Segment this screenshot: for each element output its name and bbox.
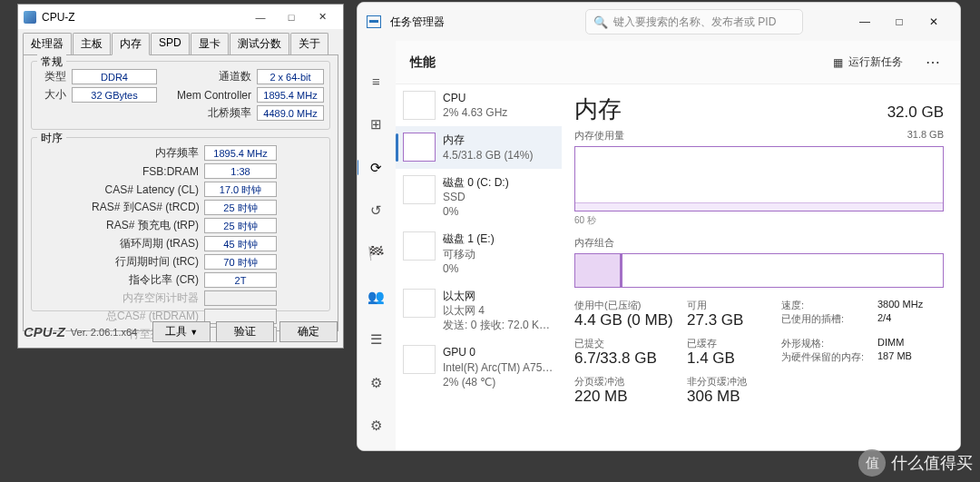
watermark-icon: 值 xyxy=(858,449,886,477)
timing-value: 25 时钟 xyxy=(204,218,277,233)
chart-axis: 60 秒 xyxy=(574,214,944,227)
close-icon[interactable]: ✕ xyxy=(916,9,951,34)
legend-general: 常规 xyxy=(37,54,66,70)
tools-button[interactable]: 工具 ▼ xyxy=(152,321,211,342)
search-input[interactable]: 🔍 键入要搜索的名称、发布者或 PID xyxy=(585,9,803,34)
cpuz-app-icon xyxy=(24,11,36,24)
users-icon[interactable]: 👥 xyxy=(365,285,388,308)
timing-row: 循环周期 (tRAS)45 时钟 xyxy=(92,236,324,251)
list-item-name: CPU xyxy=(443,91,507,105)
hamburger-icon[interactable]: ≡ xyxy=(365,70,388,93)
run-new-task-button[interactable]: ▦ 运行新任务 xyxy=(825,50,911,74)
form-label: 外形规格: xyxy=(781,337,872,350)
close-icon[interactable]: ✕ xyxy=(307,8,338,26)
list-item-sub: 4.5/31.8 GB (14%) xyxy=(443,148,533,162)
performance-icon[interactable]: ⟳ xyxy=(365,156,388,179)
value-type: DDR4 xyxy=(72,69,157,84)
perf-list-item[interactable]: 以太网以太网 4发送: 0 接收: 72.0 Kbps xyxy=(396,282,562,339)
timing-row: 内存空闲计时器 xyxy=(92,290,324,306)
maximize-icon[interactable]: □ xyxy=(882,9,916,34)
maximize-icon[interactable]: □ xyxy=(276,8,307,26)
cpuz-window-controls: — □ ✕ xyxy=(245,8,338,26)
speed-value: 3800 MHz xyxy=(877,299,923,312)
cpuz-tab-4[interactable]: 显卡 xyxy=(191,33,229,54)
label-type: 类型 xyxy=(37,69,72,84)
detail-total: 32.0 GB xyxy=(887,103,944,122)
processes-icon[interactable]: ⊞ xyxy=(365,113,388,135)
services-icon[interactable]: ⚙ xyxy=(365,371,388,394)
cpuz-titlebar[interactable]: CPU-Z — □ ✕ xyxy=(18,5,343,29)
cpuz-tab-1[interactable]: 主板 xyxy=(73,33,111,54)
thumb-chart xyxy=(403,231,436,261)
timing-row: 行周期时间 (tRC)70 时钟 xyxy=(92,254,324,270)
timing-label: 内存空闲计时器 xyxy=(92,290,204,306)
nav-rail: ≡ ⊞ ⟳ ↺ 🏁 👥 ☰ ⚙ ⚙ xyxy=(358,41,396,450)
value-channels: 2 x 64-bit xyxy=(257,69,324,84)
speed-label: 速度: xyxy=(781,299,872,312)
cpuz-version: Ver. 2.06.1.x64 xyxy=(71,327,137,338)
slots-value: 2/4 xyxy=(877,312,891,326)
timing-value: 2T xyxy=(204,272,277,288)
perf-list-item[interactable]: 内存4.5/31.8 GB (14%) xyxy=(396,126,562,168)
details-icon[interactable]: ☰ xyxy=(365,329,388,351)
tm-titlebar[interactable]: 任务管理器 🔍 键入要搜索的名称、发布者或 PID — □ ✕ xyxy=(358,3,960,41)
perf-list-item[interactable]: CPU2% 4.63 GHz xyxy=(396,84,562,126)
timing-value: 1:38 xyxy=(204,163,277,179)
cpuz-tab-0[interactable]: 处理器 xyxy=(23,33,72,54)
search-icon: 🔍 xyxy=(593,15,608,29)
ok-button[interactable]: 确定 xyxy=(279,321,338,342)
perf-list-item[interactable]: GPU 0Intel(R) Arc(TM) A750…2% (48 ℃) xyxy=(396,339,562,396)
tm-title-text: 任务管理器 xyxy=(390,15,445,30)
commit-value: 6.7/33.8 GB xyxy=(574,349,681,368)
timing-label: 指令比率 (CR) xyxy=(92,272,204,288)
perf-list-item[interactable]: 磁盘 0 (C: D:)SSD0% xyxy=(396,169,562,226)
value-size: 32 GBytes xyxy=(72,87,157,103)
cpuz-tabs: 处理器主板内存SPD显卡测试分数关于 xyxy=(18,29,343,54)
history-icon[interactable]: ↺ xyxy=(365,199,388,221)
timing-row: CAS# Latency (CL)17.0 时钟 xyxy=(92,182,324,197)
cpuz-tab-3[interactable]: SPD xyxy=(151,33,190,54)
timing-row: RAS# 到CAS# (tRCD)25 时钟 xyxy=(92,200,324,215)
cpuz-logo: CPU-Z xyxy=(24,324,65,339)
list-item-sub: SSD xyxy=(443,190,509,204)
cached-label: 已缓存 xyxy=(687,337,776,350)
tm-header: 性能 ▦ 运行新任务 ⋯ xyxy=(396,41,960,84)
timing-value: 1895.4 MHz xyxy=(204,145,277,161)
cached-value: 1.4 GB xyxy=(687,349,776,368)
timing-row: RAS# 预充电 (tRP)25 时钟 xyxy=(92,218,324,233)
cpuz-window: CPU-Z — □ ✕ 处理器主板内存SPD显卡测试分数关于 常规 类型DDR4… xyxy=(17,4,344,349)
thumb-chart xyxy=(403,345,436,374)
nonpaged-value: 306 MB xyxy=(687,388,776,406)
settings-icon[interactable]: ⚙ xyxy=(365,415,388,438)
memory-detail: 内存 32.0 GB 内存使用量 31.8 GB 60 秒 内存组合 xyxy=(562,84,960,450)
tm-content: 性能 ▦ 运行新任务 ⋯ CPU2% 4.63 GHz内存4.5/31.8 GB… xyxy=(396,41,960,450)
list-item-name: 磁盘 0 (C: D:) xyxy=(443,175,509,190)
timing-value: 70 时钟 xyxy=(204,254,277,270)
minimize-icon[interactable]: — xyxy=(848,9,882,34)
startup-icon[interactable]: 🏁 xyxy=(365,242,388,265)
memory-stats: 使用中(已压缩)4.4 GB (0 MB) 可用27.3 GB 速度:3800 … xyxy=(574,299,944,411)
legend-timings: 时序 xyxy=(37,131,66,146)
cpuz-tab-2[interactable]: 内存 xyxy=(112,33,150,55)
timing-label: RAS# 预充电 (tRP) xyxy=(92,218,204,233)
timing-row: FSB:DRAM1:38 xyxy=(92,163,324,179)
cpuz-tab-6[interactable]: 关于 xyxy=(290,33,328,54)
fieldset-timings: 时序 内存频率1895.4 MHzFSB:DRAM1:38CAS# Latenc… xyxy=(31,137,330,311)
validate-button[interactable]: 验证 xyxy=(216,321,274,342)
timing-row: 指令比率 (CR)2T xyxy=(92,272,324,288)
value-memcontroller: 1895.4 MHz xyxy=(257,87,324,103)
label-memcontroller: Mem Controller xyxy=(173,89,257,102)
avail-value: 27.3 GB xyxy=(687,311,776,330)
paged-label: 分页缓冲池 xyxy=(574,375,681,389)
timing-label: 循环周期 (tRAS) xyxy=(92,236,204,251)
more-options-button[interactable]: ⋯ xyxy=(920,54,946,71)
value-nbfreq: 4489.0 MHz xyxy=(257,105,324,121)
list-item-sub: 可移动 xyxy=(443,247,495,261)
avail-label: 可用 xyxy=(687,299,776,312)
minimize-icon[interactable]: — xyxy=(245,8,276,26)
label-size: 大小 xyxy=(37,87,72,103)
tm-main: ≡ ⊞ ⟳ ↺ 🏁 👥 ☰ ⚙ ⚙ 性能 ▦ 运行新任务 ⋯ xyxy=(358,41,960,450)
list-item-sub2: 0% xyxy=(443,204,509,219)
cpuz-tab-5[interactable]: 测试分数 xyxy=(230,33,289,54)
perf-list-item[interactable]: 磁盘 1 (E:)可移动0% xyxy=(396,225,562,282)
